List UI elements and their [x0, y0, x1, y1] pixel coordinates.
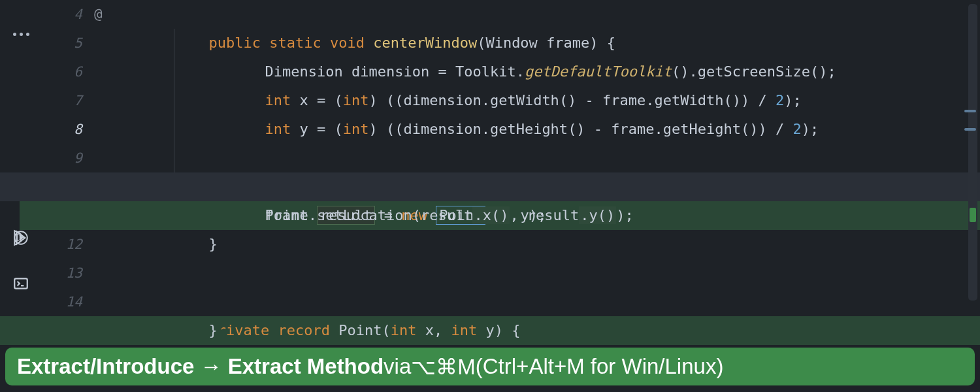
- run-icon[interactable]: [10, 227, 31, 248]
- line-number[interactable]: 8: [42, 115, 94, 144]
- scrollbar[interactable]: [968, 4, 977, 301]
- terminal-icon[interactable]: [10, 273, 31, 294]
- tip-text: via: [384, 354, 411, 379]
- change-marker[interactable]: [964, 110, 976, 112]
- diff-added: .x(): [472, 206, 510, 224]
- tip-text: (Ctrl+Alt+M for Win/Linux): [476, 354, 724, 379]
- line-number[interactable]: 12: [42, 230, 94, 259]
- line-number[interactable]: 7: [42, 86, 94, 115]
- inspection-mark-icon[interactable]: @: [94, 0, 116, 29]
- line-number[interactable]: 9: [42, 144, 94, 172]
- code-editor[interactable]: public static void centerWindow(Window f…: [116, 0, 980, 346]
- more-icon[interactable]: [10, 24, 31, 44]
- line-number[interactable]: 4: [42, 0, 94, 29]
- tip-action: Extract/Introduce → Extract Method: [17, 354, 384, 379]
- code-line[interactable]: frame.setLocation(result.x(), result.y()…: [116, 172, 980, 201]
- diff-added: .y(): [579, 206, 616, 224]
- line-number[interactable]: 13: [42, 259, 94, 287]
- code-line[interactable]: [116, 230, 980, 259]
- line-number[interactable]: 6: [42, 57, 94, 86]
- tip-banner: Extract/Introduce → Extract Method via ⌥…: [5, 348, 975, 385]
- line-number[interactable]: 14: [42, 287, 94, 316]
- tip-shortcut: ⌥⌘M: [411, 354, 476, 380]
- line-number[interactable]: 5: [42, 29, 94, 57]
- code-line[interactable]: [116, 144, 980, 172]
- change-marker[interactable]: [964, 128, 976, 131]
- code-line[interactable]: public static void centerWindow(Window f…: [116, 0, 980, 29]
- added-marker[interactable]: [970, 208, 976, 222]
- editor-main: 4 5 6 7 8 9 10 11 12 13 14 15 @ public s…: [0, 0, 980, 346]
- code-line[interactable]: }: [116, 287, 980, 316]
- code-line[interactable]: private record Point(int x, int y) {: [116, 259, 980, 287]
- svg-rect-4: [14, 278, 27, 288]
